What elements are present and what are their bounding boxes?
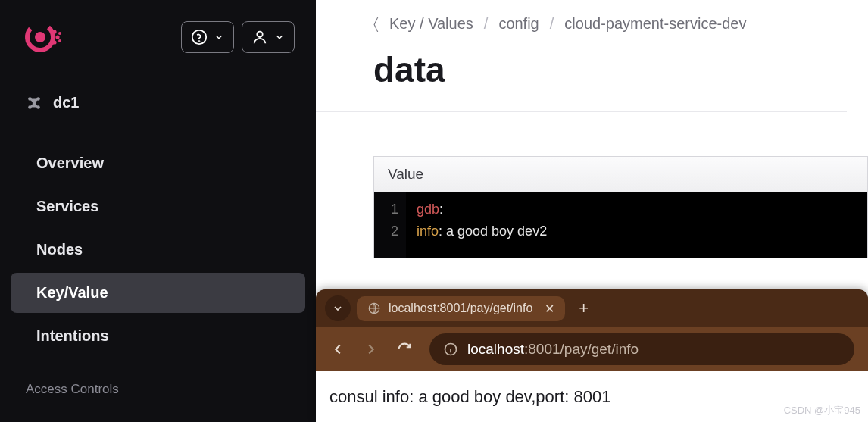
svg-point-9 bbox=[257, 32, 262, 37]
back-chevron-icon[interactable]: 〈 bbox=[373, 15, 379, 33]
svg-point-6 bbox=[58, 39, 61, 42]
globe-icon bbox=[367, 302, 381, 315]
page-text: consul info: a good boy dev,port: 8001 bbox=[329, 387, 610, 407]
consul-logo bbox=[21, 17, 62, 58]
line-gutter: 1 2 bbox=[374, 192, 406, 258]
nav-keyvalue[interactable]: Key/Value bbox=[11, 273, 305, 313]
url-host: localhost bbox=[467, 341, 524, 357]
svg-point-2 bbox=[52, 30, 56, 33]
tab-list-button[interactable] bbox=[325, 295, 351, 321]
back-button[interactable] bbox=[329, 341, 346, 358]
crumb-keyvalues[interactable]: Key / Values bbox=[389, 15, 473, 33]
toolbar: localhost:8001/pay/get/info bbox=[316, 327, 868, 371]
mesh-icon bbox=[26, 95, 42, 111]
line-number: 1 bbox=[382, 198, 398, 220]
nav-nodes[interactable]: Nodes bbox=[11, 230, 305, 270]
chevron-down-icon bbox=[332, 302, 344, 314]
user-menu[interactable] bbox=[242, 21, 295, 53]
section-access-controls: Access Controls bbox=[0, 374, 316, 405]
yaml-text: : bbox=[439, 202, 443, 217]
svg-point-4 bbox=[52, 40, 56, 44]
info-icon bbox=[443, 342, 458, 357]
address-bar[interactable]: localhost:8001/pay/get/info bbox=[429, 333, 854, 365]
browser-window: localhost:8001/pay/get/info ✕ + localhos… bbox=[316, 289, 868, 422]
browser-tab[interactable]: localhost:8001/pay/get/info ✕ bbox=[357, 296, 565, 321]
nav-overview[interactable]: Overview bbox=[11, 143, 305, 183]
value-header: Value bbox=[374, 157, 867, 192]
crumb-service[interactable]: cloud-payment-service-dev bbox=[564, 15, 746, 33]
svg-point-5 bbox=[58, 32, 61, 35]
svg-point-8 bbox=[199, 41, 200, 42]
value-panel: Value 1 2 gdb: info: a good boy dev2 bbox=[373, 156, 868, 258]
tab-title: localhost:8001/pay/get/info bbox=[389, 302, 532, 315]
page-title: data bbox=[316, 36, 847, 112]
svg-point-3 bbox=[55, 35, 59, 39]
forward-button[interactable] bbox=[363, 341, 379, 358]
yaml-text: : a good boy dev2 bbox=[439, 224, 547, 239]
url-text: localhost:8001/pay/get/info bbox=[467, 341, 639, 358]
crumb-config[interactable]: config bbox=[498, 15, 539, 33]
close-tab-icon[interactable]: ✕ bbox=[545, 302, 554, 316]
reload-button[interactable] bbox=[396, 341, 413, 358]
tab-bar: localhost:8001/pay/get/info ✕ + bbox=[316, 289, 868, 327]
crumb-sep: / bbox=[550, 15, 554, 33]
datacenter-name: dc1 bbox=[53, 94, 79, 111]
datacenter-selector[interactable]: dc1 bbox=[0, 82, 316, 123]
code-body: gdb: info: a good boy dev2 bbox=[406, 192, 557, 258]
new-tab-button[interactable]: + bbox=[571, 299, 596, 318]
svg-point-1 bbox=[35, 32, 45, 42]
code-line: info: a good boy dev2 bbox=[417, 220, 547, 242]
code-line: gdb: bbox=[417, 198, 547, 220]
code-editor[interactable]: 1 2 gdb: info: a good boy dev2 bbox=[374, 192, 867, 258]
chevron-down-icon bbox=[274, 32, 285, 42]
breadcrumb: 〈 Key / Values / config / cloud-payment-… bbox=[316, 15, 868, 36]
crumb-sep: / bbox=[484, 15, 489, 33]
yaml-key: info bbox=[417, 224, 439, 239]
url-port: :8001 bbox=[524, 341, 560, 357]
sidebar: dc1 Overview Services Nodes Key/Value In… bbox=[0, 0, 316, 422]
chevron-down-icon bbox=[214, 32, 224, 42]
nav-intentions[interactable]: Intentions bbox=[11, 316, 305, 356]
nav-services[interactable]: Services bbox=[11, 186, 305, 227]
sidebar-top bbox=[0, 0, 316, 65]
top-controls bbox=[181, 21, 295, 53]
url-path: /pay/get/info bbox=[560, 341, 639, 357]
line-number: 2 bbox=[382, 220, 398, 242]
yaml-key: gdb bbox=[417, 202, 439, 217]
watermark: CSDN @小宝945 bbox=[784, 404, 860, 417]
help-menu[interactable] bbox=[181, 21, 234, 53]
nav: Overview Services Nodes Key/Value Intent… bbox=[0, 143, 316, 356]
